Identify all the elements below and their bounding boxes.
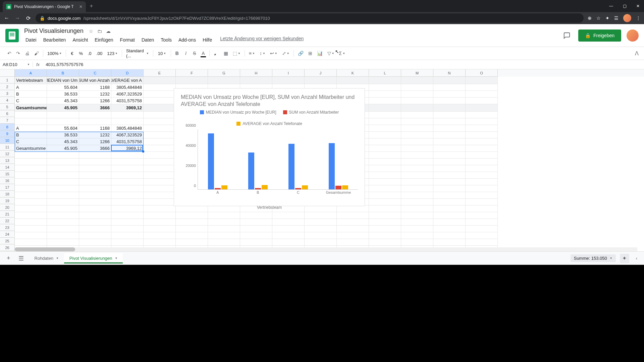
cell[interactable] [466,152,498,159]
formula-input[interactable]: 4031,57575757576 [43,62,644,67]
cell[interactable] [369,172,401,179]
cell[interactable] [240,77,272,84]
cell[interactable] [144,112,176,118]
cell[interactable]: 3666 [79,104,111,112]
close-window-icon[interactable]: ✕ [635,4,641,8]
bookmark-icon[interactable]: ☆ [596,15,601,21]
cell[interactable] [369,132,401,138]
url-input[interactable]: 🔒 docs.google.com/spreadsheets/d/1nVxVrV… [36,13,584,23]
cell[interactable] [47,185,79,192]
cell[interactable] [111,212,144,219]
cell[interactable] [466,98,498,104]
cell[interactable] [433,179,466,185]
menu-add-ons[interactable]: Add-ons [176,36,199,44]
row-header[interactable]: 10 [0,137,15,144]
cell[interactable] [466,232,498,239]
cell[interactable] [401,226,433,232]
chevron-down-icon[interactable]: ▼ [56,257,59,260]
cell[interactable] [401,132,433,138]
back-button[interactable]: ← [3,15,10,21]
cell[interactable] [79,239,111,246]
column-header[interactable]: H [240,69,272,77]
profile-avatar[interactable] [623,14,631,22]
cell[interactable] [15,172,47,179]
cell[interactable] [305,239,337,246]
cell[interactable] [401,77,433,84]
cell[interactable] [337,77,369,84]
v-align-button[interactable]: ↕▼ [258,49,267,57]
cell[interactable] [144,212,176,219]
cell[interactable] [47,172,79,179]
cell[interactable] [144,98,176,104]
row-header[interactable]: 7 [0,117,15,124]
cell[interactable] [466,84,498,91]
cell[interactable]: 1168 [79,84,111,91]
menu-datei[interactable]: Datei [23,36,39,44]
cell[interactable]: 1266 [79,98,111,104]
select-all-corner[interactable] [0,69,15,77]
cell[interactable] [369,239,401,246]
cell[interactable] [466,132,498,138]
menu-hilfe[interactable]: Hilfe [200,36,215,44]
chevron-down-icon[interactable]: ▼ [115,257,118,260]
cell[interactable] [15,165,47,172]
cell[interactable] [144,192,176,199]
cell[interactable] [144,84,176,91]
redo-button[interactable]: ↷ [14,49,22,57]
text-color-button[interactable]: A [199,49,207,57]
cell[interactable] [369,84,401,91]
cell[interactable] [369,112,401,118]
cell[interactable]: 3969,12 [111,104,144,112]
row-header[interactable]: 23 [0,224,15,231]
cell[interactable]: 4067,323529 [111,91,144,98]
currency-button[interactable]: € [68,50,76,57]
cell[interactable] [433,172,466,179]
share-button[interactable]: 🔒 Freigeben [578,29,621,42]
cell[interactable] [79,212,111,219]
column-header[interactable]: A [15,69,47,77]
cell[interactable] [466,112,498,118]
row-header[interactable]: 6 [0,110,15,117]
cell[interactable] [111,159,144,165]
star-icon[interactable]: ☆ [89,28,93,34]
decrease-decimal-button[interactable]: .0 [86,50,94,57]
explore-button[interactable]: ✦ [620,254,629,263]
row-header[interactable]: 27 [0,251,15,251]
cell[interactable] [433,84,466,91]
cell[interactable] [433,91,466,98]
cell[interactable] [433,226,466,232]
cell[interactable] [144,226,176,232]
row-header[interactable]: 18 [0,191,15,197]
cell[interactable] [15,239,47,246]
cell[interactable] [401,138,433,145]
cell[interactable] [144,125,176,132]
cell[interactable] [369,152,401,159]
cell[interactable]: 3969,12 [111,145,144,152]
row-header[interactable]: 12 [0,150,15,157]
cell[interactable] [111,172,144,179]
cell[interactable] [433,192,466,199]
cell[interactable] [401,152,433,159]
cell[interactable] [305,77,337,84]
cell[interactable] [466,172,498,179]
cell[interactable] [401,212,433,219]
cell[interactable] [47,226,79,232]
cell[interactable] [433,159,466,165]
cell[interactable] [337,219,369,226]
cell[interactable] [401,239,433,246]
all-sheets-button[interactable]: ☰ [16,253,26,263]
cell[interactable] [433,112,466,118]
cell[interactable] [47,179,79,185]
cell[interactable] [401,205,433,212]
cell[interactable] [369,232,401,239]
cell[interactable] [208,232,240,239]
cell[interactable] [111,205,144,212]
status-sum[interactable]: Summe: 153.050 ▼ [571,254,616,262]
cell[interactable] [369,145,401,152]
cell[interactable] [401,159,433,165]
cell[interactable] [433,132,466,138]
bold-button[interactable]: B [173,49,181,57]
cell[interactable]: SUM von Anzah [79,77,111,84]
row-header[interactable]: 1 [0,77,15,83]
merge-button[interactable]: ⬚▼ [231,49,243,57]
